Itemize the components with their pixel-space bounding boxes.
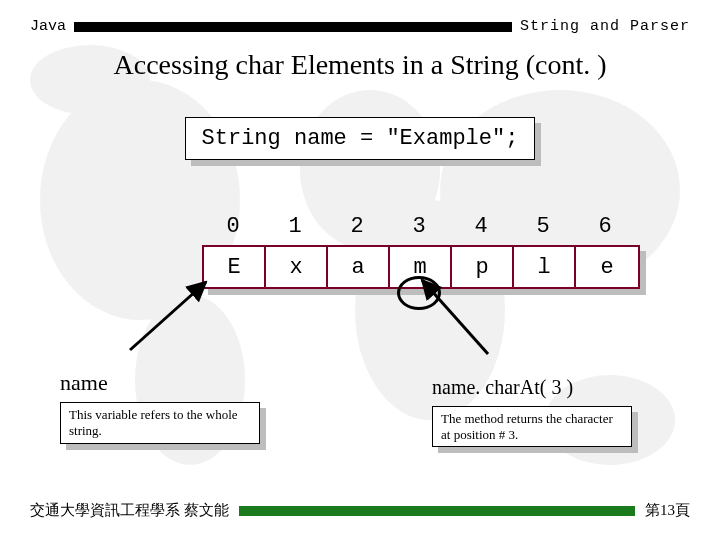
array-cell: p — [452, 247, 514, 287]
array-cell: x — [266, 247, 328, 287]
array-cell: a — [328, 247, 390, 287]
index-cell: 2 — [326, 214, 388, 239]
caption-left-text: This variable refers to the whole string… — [69, 407, 238, 438]
footer-rule — [239, 506, 635, 516]
header-right: String and Parser — [520, 18, 690, 35]
footer-bar: 交通大學資訊工程學系 蔡文能 第13頁 — [30, 501, 690, 520]
code-box: String name = "Example"; — [185, 117, 536, 160]
caption-right-text: The method returns the character at posi… — [441, 411, 613, 442]
array-cell: E — [204, 247, 266, 287]
index-cell: 4 — [450, 214, 512, 239]
footer-right: 第13頁 — [645, 501, 690, 520]
header-bar: Java String and Parser — [30, 18, 690, 35]
header-left: Java — [30, 18, 66, 35]
page-title: Accessing char Elements in a String (con… — [30, 49, 690, 81]
index-cell: 5 — [512, 214, 574, 239]
index-cell: 6 — [574, 214, 636, 239]
header-rule — [74, 22, 512, 32]
array-cell: e — [576, 247, 638, 287]
svg-line-8 — [130, 282, 206, 350]
footer-left: 交通大學資訊工程學系 蔡文能 — [30, 501, 229, 520]
name-variable-label: name — [60, 370, 108, 396]
array-cell: l — [514, 247, 576, 287]
array-cell: m — [390, 247, 452, 287]
charAt-expression: name. charAt( 3 ) — [432, 376, 573, 399]
index-cell: 0 — [202, 214, 264, 239]
caption-left: This variable refers to the whole string… — [60, 402, 260, 444]
index-cell: 1 — [264, 214, 326, 239]
caption-right: The method returns the character at posi… — [432, 406, 632, 447]
index-cell: 3 — [388, 214, 450, 239]
array-diagram: 0 1 2 3 4 5 6 E x a m p l e — [30, 214, 690, 364]
code-text: String name = "Example"; — [202, 126, 519, 151]
